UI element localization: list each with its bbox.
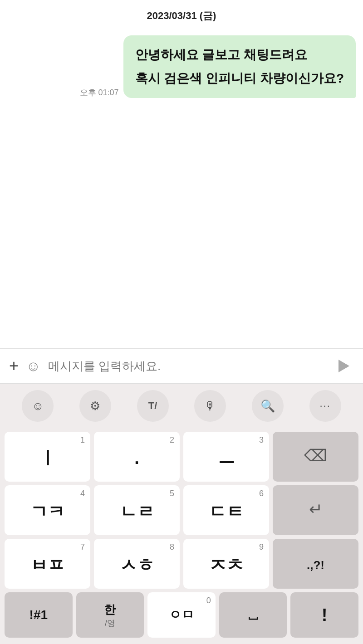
key-backspace[interactable]: ⌫ [273,432,358,482]
add-button[interactable]: + [9,358,19,374]
toolbar-more-button[interactable]: ··· [309,390,341,422]
key-9[interactable]: 9 ㅈㅊ [183,539,269,589]
toolbar-emoji-button[interactable]: ☺ [22,390,54,422]
key-exclaim[interactable]: ! [290,592,358,638]
search-icon: 🔍 [260,399,275,413]
key-2[interactable]: 2 . [94,432,180,482]
key-1[interactable]: 1 ㅣ [5,432,90,482]
keyboard-grid: 1 ㅣ 2 . 3 ㅡ ⌫ 4 ㄱㅋ 5 ㄴㄹ 6 ㄷㅌ ↵ 7 ㅂㅍ 8 ㅅㅎ… [0,428,363,589]
key-punct[interactable]: .,?! [273,539,358,589]
toolbar-search-button[interactable]: 🔍 [252,390,284,422]
more-icon: ··· [319,400,330,412]
gear-icon: ⚙ [90,399,100,413]
message-time: 오후 01:07 [80,87,119,98]
key-3[interactable]: 3 ㅡ [183,432,269,482]
message-input[interactable] [48,357,327,375]
key-6[interactable]: 6 ㄷㅌ [183,485,269,535]
emoji-icon: ☺ [32,399,44,413]
backspace-icon: ⌫ [304,446,327,465]
toolbar-settings-button[interactable]: ⚙ [79,390,111,422]
key-lang-switch[interactable]: 한 /영 [76,592,144,638]
enter-icon: ↵ [309,500,323,519]
key-0[interactable]: 0 ㅇㅁ [147,592,216,638]
key-7[interactable]: 7 ㅂㅍ [5,539,90,589]
keyboard-toolbar: ☺ ⚙ T/ 🎙 🔍 ··· [0,383,363,428]
emoji-button[interactable]: ☺ [26,358,41,375]
key-space[interactable]: ⎵ [219,592,287,638]
toolbar-mic-button[interactable]: 🎙 [194,390,226,422]
message-line-1: 안녕하세요 글보고 채팅드려요 [135,45,344,64]
key-5[interactable]: 5 ㄴㄹ [94,485,180,535]
message-line-2: 혹시 검은색 인피니티 차량이신가요? [135,69,344,88]
mic-icon: 🎙 [204,399,216,413]
key-8[interactable]: 8 ㅅㅎ [94,539,180,589]
font-icon: T/ [148,400,157,412]
input-bar: + ☺ [0,348,363,383]
keyboard-bottom-row: !#1 한 /영 0 ㅇㅁ ⎵ ! [0,589,363,644]
send-button[interactable] [334,356,354,376]
chat-area: 2023/03/31 (금) 오후 01:07 안녕하세요 글보고 채팅드려요 … [0,0,363,348]
toolbar-font-button[interactable]: T/ [137,390,169,422]
key-special-chars[interactable]: !#1 [5,592,73,638]
message-bubble: 안녕하세요 글보고 채팅드려요 혹시 검은색 인피니티 차량이신가요? [123,35,356,98]
send-icon [338,360,349,372]
key-enter[interactable]: ↵ [273,485,358,535]
message-row: 오후 01:07 안녕하세요 글보고 채팅드려요 혹시 검은색 인피니티 차량이… [7,35,356,98]
key-4[interactable]: 4 ㄱㅋ [5,485,90,535]
date-label: 2023/03/31 (금) [7,9,356,23]
